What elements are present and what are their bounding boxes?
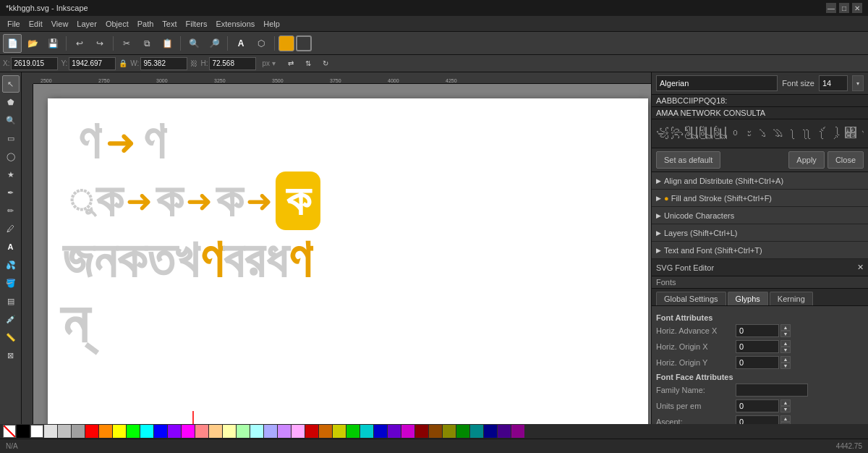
ascent-down[interactable]: ▼	[780, 422, 791, 424]
spray-tool[interactable]: 💦	[2, 256, 20, 274]
palette-gray2[interactable]	[58, 425, 71, 438]
font-size-input[interactable]	[819, 75, 848, 91]
zoom-tool[interactable]: 🔍	[2, 111, 20, 129]
menu-filters[interactable]: Filters	[182, 16, 212, 31]
palette-gray1[interactable]	[44, 425, 57, 438]
menu-path[interactable]: Path	[133, 16, 158, 31]
ascent-up[interactable]: ▲	[780, 415, 791, 422]
h-input[interactable]	[209, 57, 256, 70]
ascent-input[interactable]	[736, 415, 779, 424]
close-button[interactable]: ✕	[852, 3, 862, 13]
palette-lilac[interactable]	[278, 425, 291, 438]
select-tool[interactable]: ↖	[2, 75, 20, 93]
text-tool[interactable]: A	[2, 238, 20, 255]
menu-text[interactable]: Text	[158, 16, 181, 31]
minimize-button[interactable]: —	[826, 3, 836, 13]
palette-purple[interactable]	[388, 425, 401, 438]
horiz-origin-x-up[interactable]: ▲	[780, 340, 791, 347]
palette-darkgreen[interactable]	[346, 425, 359, 438]
undo-button[interactable]: ↩	[70, 34, 89, 53]
palette-orange[interactable]	[99, 425, 112, 438]
units-per-em-input[interactable]	[736, 399, 779, 412]
open-button[interactable]: 📂	[23, 34, 42, 53]
palette-olive[interactable]	[333, 425, 346, 438]
y-input[interactable]	[69, 57, 116, 70]
palette-gray3[interactable]	[72, 425, 85, 438]
palette-none[interactable]	[3, 425, 16, 438]
menu-extensions[interactable]: Extensions	[211, 16, 259, 31]
calligraphy-tool[interactable]: 🖊	[2, 220, 20, 237]
palette-brown[interactable]	[319, 425, 332, 438]
palette-navy[interactable]	[374, 425, 387, 438]
horiz-advance-up[interactable]: ▲	[780, 324, 791, 331]
paste-button[interactable]: 📋	[158, 34, 176, 53]
units-down[interactable]: ▼	[780, 406, 791, 412]
palette-lavender[interactable]	[264, 425, 277, 438]
palette-forest[interactable]	[456, 425, 469, 438]
palette-darkred[interactable]	[305, 425, 318, 438]
zoom-in-button[interactable]: 🔍	[184, 34, 203, 53]
palette-black[interactable]	[17, 425, 30, 438]
apply-button[interactable]: Apply	[788, 151, 825, 169]
maximize-button[interactable]: □	[839, 3, 849, 13]
palette-yellow[interactable]	[113, 425, 126, 438]
palette-dark-olive[interactable]	[443, 425, 456, 438]
node-tool-button[interactable]: ⬡	[252, 34, 271, 53]
fill-tool[interactable]: 🪣	[2, 274, 20, 292]
horiz-origin-y-input[interactable]	[736, 356, 779, 369]
tab-global-settings[interactable]: Global Settings	[656, 292, 726, 305]
circle-tool[interactable]: ◯	[2, 148, 20, 165]
palette-mint[interactable]	[237, 425, 250, 438]
palette-red[interactable]	[85, 425, 98, 438]
text-tool-button[interactable]: A	[231, 34, 250, 53]
pencil-tool[interactable]: ✏	[2, 202, 20, 219]
units-up[interactable]: ▲	[780, 399, 791, 406]
palette-violet[interactable]	[168, 425, 181, 438]
palette-dark-teal[interactable]	[470, 425, 483, 438]
palette-lemon[interactable]	[223, 425, 236, 438]
unit-dropdown[interactable]: px ▾	[262, 59, 275, 67]
palette-cyan[interactable]	[140, 425, 153, 438]
menu-object[interactable]: Object	[101, 16, 133, 31]
gradient-tool[interactable]: ▤	[2, 292, 20, 310]
set-default-button[interactable]: Set as default	[656, 151, 720, 169]
w-input[interactable]	[140, 57, 187, 70]
lock-icon[interactable]: 🔒	[119, 59, 127, 67]
palette-peach[interactable]	[209, 425, 222, 438]
layers-section[interactable]: ▶ Layers (Shift+Ctrl+L)	[652, 224, 868, 242]
menu-help[interactable]: Help	[259, 16, 284, 31]
save-button[interactable]: 💾	[43, 34, 62, 53]
pen-tool[interactable]: ✒	[2, 184, 20, 201]
palette-rose[interactable]	[292, 425, 305, 438]
tab-glyphs[interactable]: Glyphs	[728, 292, 768, 305]
flip-v-button[interactable]: ⇅	[300, 57, 316, 70]
palette-pink[interactable]	[195, 425, 208, 438]
palette-maroon-violet[interactable]	[401, 425, 414, 438]
align-distribute-section[interactable]: ▶ Align and Distribute (Shift+Ctrl+A)	[652, 172, 868, 190]
horiz-origin-x-input[interactable]	[736, 340, 779, 353]
fill-stroke-section[interactable]: ▶ ● Fill and Stroke (Shift+Ctrl+F)	[652, 190, 868, 207]
palette-blue[interactable]	[154, 425, 167, 438]
rotate-cw-button[interactable]: ↻	[318, 57, 333, 70]
palette-dark-magenta[interactable]	[511, 425, 524, 438]
palette-dark-brown[interactable]	[429, 425, 442, 438]
palette-magenta[interactable]	[182, 425, 195, 438]
node-edit-tool[interactable]: ⬟	[2, 93, 20, 111]
menu-view[interactable]: View	[47, 16, 73, 31]
menu-layer[interactable]: Layer	[72, 16, 101, 31]
palette-white[interactable]	[30, 425, 43, 438]
font-name-input[interactable]	[656, 75, 778, 91]
palette-green[interactable]	[127, 425, 140, 438]
palette-dark-navy[interactable]	[484, 425, 497, 438]
star-tool[interactable]: ★	[2, 166, 20, 183]
horiz-advance-input[interactable]	[736, 324, 779, 337]
palette-maroon[interactable]	[415, 425, 428, 438]
horiz-origin-y-up[interactable]: ▲	[780, 356, 791, 363]
redo-button[interactable]: ↪	[90, 34, 109, 53]
x-input[interactable]	[11, 57, 58, 70]
menu-edit[interactable]: Edit	[25, 16, 47, 31]
horiz-origin-x-down[interactable]: ▼	[780, 347, 791, 353]
menu-file[interactable]: File	[3, 16, 25, 31]
font-size-dropdown[interactable]: ▾	[852, 75, 864, 91]
palette-sky[interactable]	[250, 425, 263, 438]
